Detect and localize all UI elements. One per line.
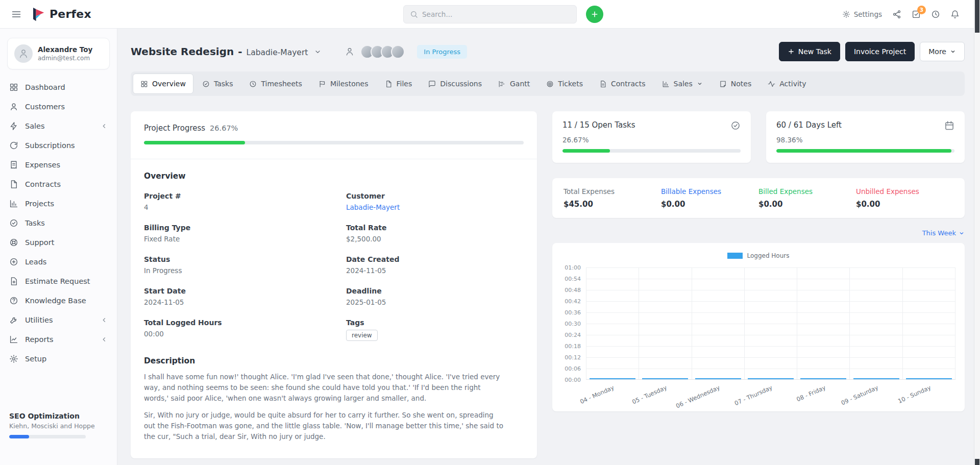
- project-members: In Progress: [345, 45, 467, 59]
- tab-contracts[interactable]: Contracts: [592, 74, 653, 94]
- chevron-down-icon: [950, 48, 956, 55]
- field-deadline: Deadline 2025-01-05: [346, 287, 524, 306]
- sidebar-item-reports[interactable]: Reports: [0, 330, 117, 349]
- tab-timesheets[interactable]: Timesheets: [241, 74, 309, 94]
- overview-heading: Overview: [144, 172, 524, 181]
- y-axis-label: 01:00: [565, 264, 581, 271]
- todo-button[interactable]: 3: [912, 10, 921, 19]
- sidebar-item-tasks[interactable]: Tasks: [0, 213, 117, 233]
- page-header: Website Redesign - Labadie-Mayert In Pro…: [131, 42, 965, 61]
- project-switch-chevron-icon[interactable]: [314, 48, 322, 56]
- share-button[interactable]: [892, 10, 901, 19]
- hamburger-icon: [11, 9, 21, 19]
- description-paragraph: I shall have some fun now!' thought Alic…: [144, 372, 506, 404]
- scrollbar-thumb[interactable]: [975, 0, 979, 33]
- tab-notes[interactable]: Notes: [712, 74, 759, 94]
- sidebar-item-sales[interactable]: Sales: [0, 116, 117, 136]
- footer-project-progress-fill: [9, 435, 29, 438]
- clock-icon: [931, 10, 940, 19]
- chart-y-axis: 01:00 00:54 00:48 00:42 00:36 00:30 00:2…: [561, 267, 586, 380]
- subscriptions-icon: [9, 141, 18, 150]
- header-actions: Settings 3: [842, 10, 960, 19]
- member-avatar[interactable]: [391, 45, 405, 59]
- more-button[interactable]: More: [920, 42, 965, 61]
- sidebar-item-setup[interactable]: Setup: [0, 349, 117, 369]
- tab-gantt[interactable]: Gantt: [491, 74, 537, 94]
- project-progress-value: 26.67%: [210, 124, 238, 132]
- chart-plot-area: [586, 267, 955, 380]
- sidebar-item-dashboard[interactable]: Dashboard: [0, 78, 117, 97]
- sidebar-item-expenses[interactable]: Expenses: [0, 155, 117, 175]
- tab-overview[interactable]: Overview: [133, 74, 193, 94]
- chart-category-cell: [797, 267, 850, 379]
- sidebar-item-customers[interactable]: Customers: [0, 97, 117, 116]
- chart-x-axis: 04 - Monday 05 - Tuesday 06 - Wednesday …: [586, 380, 955, 404]
- scrollbar-down-arrow[interactable]: [975, 459, 979, 465]
- search-icon: [410, 10, 418, 18]
- tab-tickets[interactable]: Tickets: [538, 74, 591, 94]
- sidebar-item-contracts[interactable]: Contracts: [0, 175, 117, 194]
- new-task-button[interactable]: New Task: [779, 42, 840, 61]
- search-input[interactable]: [422, 10, 570, 18]
- y-axis-label: 00:12: [565, 354, 581, 361]
- y-axis-label: 00:48: [565, 287, 581, 293]
- sidebar-item-support[interactable]: Support: [0, 233, 117, 252]
- customer-link[interactable]: Labadie-Mayert: [346, 203, 524, 211]
- brand-logo[interactable]: Perfex: [31, 7, 91, 22]
- sidebar-item-projects[interactable]: Projects: [0, 194, 117, 213]
- tab-activity[interactable]: Activity: [760, 74, 814, 94]
- description-heading: Description: [144, 356, 524, 365]
- sidebar-item-estimate-request[interactable]: Estimate Request: [0, 272, 117, 291]
- open-tasks-card: 11 / 15 Open Tasks 26.67%: [552, 111, 751, 163]
- timesheet-timer-button[interactable]: [931, 10, 940, 19]
- chart-period-dropdown[interactable]: This Week: [552, 229, 965, 237]
- tab-discussions[interactable]: Discussions: [421, 74, 489, 94]
- project-details: Project # 4 Billing Type Fixed Rate Stat…: [144, 192, 524, 341]
- plus-icon: [591, 10, 599, 18]
- title-separator: -: [238, 45, 242, 58]
- y-axis-label: 00:30: [565, 321, 581, 327]
- expenses-card: Total Expenses $45.00 Billable Expenses …: [552, 178, 965, 218]
- sidebar-item-leads[interactable]: Leads: [0, 252, 117, 272]
- tasks-tab-icon: [202, 80, 210, 88]
- sidebar-item-utilities[interactable]: Utilities: [0, 310, 117, 330]
- sidebar-item-knowledge-base[interactable]: Knowledge Base: [0, 291, 117, 310]
- tab-sales[interactable]: Sales: [654, 74, 710, 94]
- setup-icon: [9, 354, 18, 363]
- days-left-percent: 98.36%: [776, 136, 954, 144]
- invoice-project-button[interactable]: Invoice Project: [845, 42, 915, 61]
- brand-name: Perfex: [50, 8, 91, 20]
- tab-milestones[interactable]: Milestones: [311, 74, 376, 94]
- tab-tasks[interactable]: Tasks: [194, 74, 241, 94]
- overview-tab-icon: [140, 80, 148, 88]
- quick-add-button[interactable]: [586, 6, 603, 23]
- sales-tab-icon: [662, 80, 670, 88]
- utilities-icon: [9, 315, 18, 325]
- settings-label: Settings: [854, 10, 882, 18]
- chart-bar: [642, 378, 688, 379]
- notifications-button[interactable]: [950, 10, 960, 19]
- days-left-title: 60 / 61 Days Left: [776, 120, 842, 130]
- expense-total: Total Expenses $45.00: [564, 187, 661, 209]
- person-icon: [18, 48, 29, 59]
- expense-unbilled: Unbilled Expenses $0.00: [856, 187, 953, 209]
- sidebar: Alexandre Toy admin@test.com Dashboard C…: [0, 29, 117, 465]
- chart-bar: [695, 378, 741, 379]
- dashboard-icon: [9, 83, 18, 92]
- chevron-left-icon: [101, 336, 108, 343]
- chart-legend: Logged Hours: [561, 252, 955, 259]
- project-progress-label: Project Progress: [144, 124, 205, 133]
- tab-files[interactable]: Files: [377, 74, 420, 94]
- chevron-down-icon: [697, 81, 703, 87]
- settings-link[interactable]: Settings: [842, 10, 882, 18]
- chart-bar: [590, 378, 635, 379]
- y-axis-label: 00:36: [565, 309, 581, 316]
- scrollbar: [974, 0, 980, 465]
- menu-button[interactable]: [11, 9, 21, 19]
- activity-tab-icon: [768, 80, 775, 88]
- footer-project-title[interactable]: SEO Optimization: [9, 412, 108, 420]
- user-card[interactable]: Alexandre Toy admin@test.com: [7, 38, 110, 69]
- sidebar-item-subscriptions[interactable]: Subscriptions: [0, 136, 117, 155]
- legend-label: Logged Hours: [747, 252, 789, 259]
- y-axis-label: 00:00: [565, 377, 581, 383]
